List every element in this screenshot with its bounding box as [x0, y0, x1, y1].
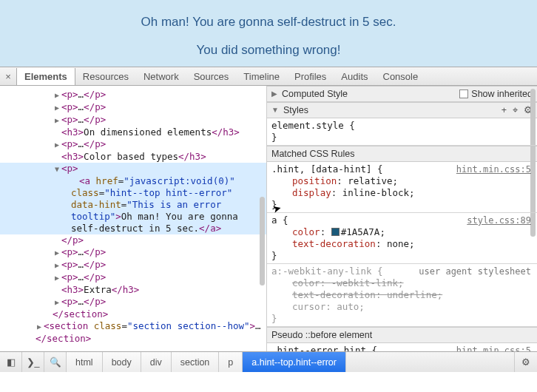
source-link[interactable]: hint.min.css:5: [456, 163, 531, 175]
css-rule-block-ua[interactable]: user agent stylesheet a:-webkit-any-link…: [267, 264, 537, 327]
computed-style-label: Computed Style: [282, 88, 459, 100]
disclosure-triangle-icon[interactable]: ▶: [53, 272, 61, 284]
disclosure-triangle-icon[interactable]: ▼: [271, 104, 279, 116]
disclosure-triangle-icon[interactable]: ▶: [53, 247, 61, 259]
disclosure-triangle-icon[interactable]: ▶: [53, 102, 61, 114]
tab-timeline[interactable]: Timeline: [236, 68, 287, 85]
disclosure-triangle-icon[interactable]: ▶: [53, 297, 61, 308]
dom-tree-node[interactable]: ▶<p>…</p>: [0, 259, 266, 271]
disclosure-triangle-icon[interactable]: ▶: [53, 139, 61, 151]
selector: element.style {: [271, 120, 355, 131]
show-inherited-checkbox[interactable]: [459, 89, 468, 98]
css-rule-block[interactable]: hint.min.css:5 .hint, [data-hint] { posi…: [267, 162, 537, 213]
close-devtools-button[interactable]: ×: [0, 71, 16, 82]
dom-tree-node[interactable]: <h3>On dimensioned elements</h3>: [0, 126, 266, 138]
dom-tree-panel[interactable]: ▶<p>…</p>▶<p>…</p>▶<p>…</p><h3>On dimens…: [0, 86, 267, 351]
breadcrumb-item[interactable]: html: [67, 352, 103, 372]
dom-tree-node[interactable]: ▶<section class="section section--how">……: [0, 320, 266, 345]
matched-rules-label: Matched CSS Rules: [271, 148, 533, 160]
tab-console[interactable]: Console: [376, 68, 426, 85]
breadcrumb-item[interactable]: div: [141, 352, 172, 372]
tab-sources[interactable]: Sources: [186, 68, 237, 85]
dom-tree-node[interactable]: ▶<p>…</p>: [0, 296, 266, 308]
tooltip-message-2: You did something wrong!: [0, 43, 537, 58]
computed-style-header[interactable]: ▶ Computed Style Show inherited: [267, 86, 537, 102]
disclosure-triangle-icon[interactable]: ▶: [53, 115, 61, 126]
page-preview: Oh man! You are gonna self-destruct in 5…: [0, 0, 537, 67]
breadcrumb-item-selected[interactable]: a.hint--top.hint--error: [243, 352, 346, 372]
styles-label: Styles: [283, 104, 501, 116]
dom-tree-node[interactable]: ▼<p>: [0, 163, 266, 175]
source-link: user agent stylesheet: [419, 266, 531, 277]
breadcrumb-item[interactable]: body: [103, 352, 141, 372]
disclosure-triangle-icon[interactable]: ▶: [36, 321, 43, 333]
breadcrumb-item[interactable]: section: [172, 352, 220, 372]
show-console-icon[interactable]: ❯_: [22, 352, 44, 372]
dom-tree-node[interactable]: <h3>Extra</h3>: [0, 284, 266, 296]
tab-elements[interactable]: Elements: [16, 68, 75, 85]
css-rule-block[interactable]: hint.min.css:5 .hint--error.hint {: [267, 343, 537, 351]
dom-tree-node[interactable]: ▶<p>…</p>: [0, 246, 266, 259]
dom-tree-node[interactable]: <a href="javascript:void(0)" class="hint…: [0, 175, 266, 234]
pseudo-before-header: Pseudo ::before element: [267, 327, 537, 343]
devtools-bottombar: ◧ ❯_ 🔍 html body div section p a.hint--t…: [0, 351, 537, 372]
dom-tree-node[interactable]: ▶<p>…</p>: [0, 114, 266, 126]
dom-tree-node[interactable]: ▶<p>…</p>: [0, 101, 266, 114]
styles-panel[interactable]: ▶ Computed Style Show inherited ▼ Styles…: [267, 86, 537, 351]
show-inherited-label: Show inherited: [471, 88, 533, 100]
matched-rules-header: Matched CSS Rules: [267, 146, 537, 162]
tab-profiles[interactable]: Profiles: [287, 68, 334, 85]
css-rule-block[interactable]: style.css:89 a { color: #1A5A7A; text-de…: [267, 213, 537, 264]
dom-tree-node[interactable]: </section>: [0, 308, 266, 320]
settings-gear-icon[interactable]: ⚙: [515, 352, 537, 372]
dom-tree-node[interactable]: ▶<p>…</p>: [0, 271, 266, 284]
tab-audits[interactable]: Audits: [334, 68, 375, 85]
source-link[interactable]: style.css:89: [467, 214, 531, 226]
disclosure-triangle-icon[interactable]: ▶: [271, 88, 277, 100]
toggle-element-state-icon[interactable]: ⌖: [513, 104, 518, 116]
disclosure-triangle-icon[interactable]: ▶: [53, 89, 61, 101]
breadcrumb: html body div section p a.hint--top.hint…: [67, 352, 515, 372]
new-style-rule-icon[interactable]: +: [501, 104, 507, 116]
breadcrumb-item[interactable]: p: [219, 352, 243, 372]
styles-header[interactable]: ▼ Styles + ⌖ ⚙: [267, 102, 537, 118]
tab-network[interactable]: Network: [136, 68, 186, 85]
element-style-block[interactable]: element.style { }: [267, 118, 537, 146]
tab-resources[interactable]: Resources: [75, 68, 136, 85]
dom-tree-node[interactable]: </p>: [0, 234, 266, 246]
disclosure-triangle-icon[interactable]: ▶: [53, 260, 61, 271]
dock-side-icon[interactable]: ◧: [0, 352, 22, 372]
disclosure-triangle-icon[interactable]: ▼: [53, 163, 61, 175]
dom-scrollbar-thumb[interactable]: [260, 197, 265, 285]
dom-tree-node[interactable]: ▶<p>…</p>: [0, 138, 266, 151]
dom-tree-node[interactable]: <h3>Color based types</h3>: [0, 151, 266, 163]
source-link[interactable]: hint.min.css:5: [456, 345, 531, 351]
dom-tree-node[interactable]: ▶<p>…</p>: [0, 89, 266, 101]
devtools-tabbar: × Elements Resources Network Sources Tim…: [0, 67, 537, 86]
tooltip-message-1: Oh man! You are gonna self-destruct in 5…: [0, 15, 537, 30]
pseudo-before-label: Pseudo ::before element: [271, 329, 533, 341]
search-icon[interactable]: 🔍: [44, 352, 67, 372]
color-swatch-icon[interactable]: [331, 228, 340, 236]
